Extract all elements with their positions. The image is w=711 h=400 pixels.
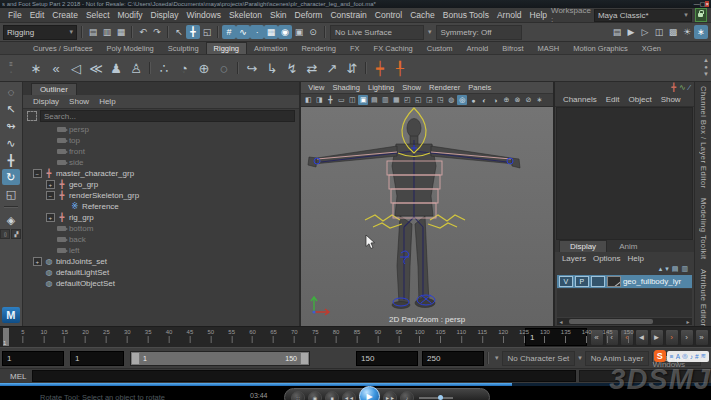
outliner-item-top[interactable]: +top xyxy=(23,135,299,146)
playback-start-field[interactable]: 1 xyxy=(70,351,124,366)
point-constraint-icon[interactable]: ↳ xyxy=(262,58,282,78)
current-frame-field[interactable]: 1 xyxy=(525,328,587,346)
select-tool-icon[interactable]: ↖ xyxy=(172,25,186,39)
wireframe-icon[interactable]: ◍ xyxy=(446,95,456,105)
outliner-item-master-character-grp[interactable]: −╋master_character_grp xyxy=(23,168,299,179)
layer-display-type-toggle[interactable] xyxy=(591,276,605,287)
shaded-icon[interactable]: ◎ xyxy=(457,95,467,105)
grid-icon[interactable]: ▤ xyxy=(369,95,379,105)
scale-constraint-icon[interactable]: ⇄ xyxy=(302,58,322,78)
menu-display[interactable]: Display xyxy=(147,10,183,20)
tool-context-icon[interactable]: ◌ xyxy=(2,84,20,100)
playback-end-field[interactable]: 150 xyxy=(356,351,418,366)
step-forward-frame-button[interactable]: › xyxy=(680,329,694,346)
view-cube-icon[interactable]: ▣ xyxy=(358,95,368,105)
channel-box-menu-object[interactable]: Object xyxy=(625,95,656,104)
scrollbar-thumb[interactable] xyxy=(569,319,653,324)
parent-constraint-icon[interactable]: ↪ xyxy=(242,58,262,78)
animation-end-field[interactable]: 250 xyxy=(422,351,484,366)
wrap-deformer-icon[interactable]: ⊕ xyxy=(194,58,214,78)
menu-control[interactable]: Control xyxy=(371,10,406,20)
render-settings-icon[interactable]: ▤ xyxy=(610,25,624,39)
outliner-item-left[interactable]: +left xyxy=(23,245,299,256)
volume-knob[interactable] xyxy=(438,395,443,400)
undo-icon[interactable]: ↶ xyxy=(136,25,150,39)
scale-tool-icon[interactable]: ◱ xyxy=(2,186,20,202)
loop-icon[interactable]: ◉ xyxy=(308,391,322,400)
bookmark-icon[interactable]: ▭ xyxy=(336,95,346,105)
scroll-right-icon[interactable]: ▸ xyxy=(684,318,692,325)
volume-slider[interactable] xyxy=(419,397,453,399)
menu-deform[interactable]: Deform xyxy=(291,10,327,20)
edit-channels-icon[interactable]: ⁄ xyxy=(689,83,690,93)
aim-constraint-icon[interactable]: ↗ xyxy=(322,58,342,78)
outliner-item-renderskeleton-grp[interactable]: −╋renderSkeleton_grp xyxy=(23,190,299,201)
layer-editor-tab-anim[interactable]: Anim xyxy=(609,241,647,252)
chevron-down-icon[interactable]: ▾ xyxy=(575,354,585,362)
stop-button[interactable]: ■ xyxy=(325,391,339,400)
orient-constraint-icon[interactable]: ↯ xyxy=(282,58,302,78)
side-tab-modeling-toolkit[interactable]: Modeling Toolkit xyxy=(699,198,708,259)
emoji-icon[interactable]: ◎ xyxy=(682,352,688,360)
shelf-tab-rendering[interactable]: Rendering xyxy=(294,43,343,54)
blend-shape-icon[interactable]: ◌ xyxy=(214,58,234,78)
ipr-render-icon[interactable]: ▷ xyxy=(638,25,652,39)
chevron-down-icon[interactable]: ▾ xyxy=(425,28,435,36)
rotate-tool-icon[interactable]: ↻ xyxy=(2,169,20,185)
channel-box-empty-area[interactable] xyxy=(556,107,693,240)
cluster-deformer-icon[interactable]: ∴ xyxy=(154,58,174,78)
new-empty-layer-icon[interactable]: ▤ xyxy=(672,265,679,273)
new-scene-icon[interactable]: ▤ xyxy=(86,25,100,39)
resolution-gate-icon[interactable]: ▦ xyxy=(391,95,401,105)
image-plane-icon[interactable]: ◫ xyxy=(347,95,357,105)
shelf-menu[interactable]: ≡◦ xyxy=(2,55,20,81)
render-view-icon[interactable]: ▶ xyxy=(624,25,638,39)
viewport-menu-panels[interactable]: Panels xyxy=(465,83,494,92)
scale-tool-icon[interactable]: ◱ xyxy=(200,25,214,39)
safe-title-icon[interactable]: ◳ xyxy=(435,95,445,105)
outliner-item-front[interactable]: +front xyxy=(23,146,299,157)
playback-range-bar[interactable]: 1 150 xyxy=(130,351,310,366)
keyboard-icon[interactable]: # xyxy=(695,353,699,360)
display-layer-row[interactable]: V P geo_fullbody_lyr xyxy=(557,275,692,288)
pole-vector-constraint-icon[interactable]: ⇵ xyxy=(342,58,362,78)
save-scene-icon[interactable]: ▦ xyxy=(114,25,128,39)
step-forward-key-button[interactable]: › xyxy=(665,329,679,346)
play-button[interactable]: ▶ xyxy=(359,386,380,400)
lattice-deformer-icon[interactable]: ◔ xyxy=(174,58,194,78)
shelf-tab-bifrost[interactable]: Bifrost xyxy=(495,43,530,54)
menu-skin[interactable]: Skin xyxy=(266,10,291,20)
layer-visibility-toggle[interactable]: V xyxy=(559,276,573,287)
channel-box-menu-channels[interactable]: Channels xyxy=(559,95,601,104)
last-tool-icon[interactable]: ◈ xyxy=(2,212,20,228)
snap-grid-icon[interactable]: # xyxy=(222,25,236,39)
texture-view-icon[interactable]: ▩ xyxy=(666,25,680,39)
expand-icon[interactable]: + xyxy=(33,257,42,266)
outliner-item-geo-grp[interactable]: +╋geo_grp xyxy=(23,179,299,190)
menu-edit[interactable]: Edit xyxy=(26,10,49,20)
highlight-selection-icon[interactable]: ⊙ xyxy=(306,25,320,39)
shelf-tab-curves-surfaces[interactable]: Curves / Surfaces xyxy=(26,43,100,54)
shelf-scroll[interactable]: ▲●▼ xyxy=(703,57,709,77)
chevron-down-icon[interactable]: ▾ xyxy=(492,354,502,362)
shelf-tab-custom[interactable]: Custom xyxy=(420,43,460,54)
animation-start-field[interactable]: 1 xyxy=(2,351,64,366)
layer-scrollbar[interactable]: ◂ ▸ xyxy=(557,318,692,325)
workspace-selector[interactable]: Maya Classic* ▾ xyxy=(594,9,692,22)
move-layer-down-icon[interactable]: ▾ xyxy=(665,265,669,273)
set-driven-key-icon[interactable]: ╀ xyxy=(390,58,410,78)
side-tab-attribute-editor[interactable]: Attribute Editor xyxy=(699,269,708,326)
menu-help[interactable]: Help xyxy=(526,10,551,20)
layer-color-swatch[interactable] xyxy=(607,276,621,287)
shelf-tab-fx-caching[interactable]: FX Caching xyxy=(367,43,420,54)
outliner-item-defaultlightset[interactable]: +◍defaultLightSet xyxy=(23,267,299,278)
range-bar-middle[interactable]: 1 150 xyxy=(140,352,300,365)
volume-icon[interactable]: ♪ xyxy=(400,391,414,400)
snap-point-icon[interactable]: ∙ xyxy=(250,25,264,39)
voice-icon[interactable]: ♪ xyxy=(690,353,693,360)
make-live-icon[interactable]: ◉ xyxy=(278,25,292,39)
camera-attrs-icon[interactable]: ╋ xyxy=(325,95,335,105)
screen-ao-icon[interactable]: ⊕ xyxy=(501,95,511,105)
gate-mask-icon[interactable]: ◰ xyxy=(402,95,412,105)
expand-icon[interactable]: + xyxy=(46,180,55,189)
